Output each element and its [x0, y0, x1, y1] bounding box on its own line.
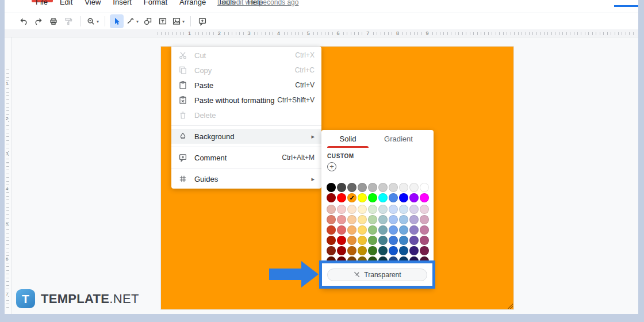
color-swatch[interactable]: [409, 236, 419, 245]
color-swatch[interactable]: [358, 193, 367, 202]
color-swatch[interactable]: [347, 225, 356, 235]
color-swatch[interactable]: [368, 205, 377, 214]
color-swatch[interactable]: [389, 225, 398, 235]
context-menu-item-guides[interactable]: Guides▸: [171, 171, 321, 186]
color-swatch[interactable]: [409, 193, 419, 202]
menu-arrange[interactable]: Arrange: [179, 0, 206, 6]
color-swatch[interactable]: [347, 205, 356, 214]
color-swatch[interactable]: [337, 193, 346, 202]
color-swatch[interactable]: [378, 246, 388, 255]
color-swatch[interactable]: [389, 246, 398, 255]
color-swatch[interactable]: [327, 236, 336, 245]
color-swatch[interactable]: [399, 183, 408, 192]
color-swatch[interactable]: [368, 246, 377, 255]
vertical-ruler[interactable]: 1234567: [5, 37, 12, 314]
color-swatch[interactable]: [378, 225, 388, 235]
menu-file[interactable]: File: [36, 0, 48, 6]
tab-solid[interactable]: Solid: [323, 130, 373, 148]
color-swatch[interactable]: [358, 215, 367, 224]
last-edit-link[interactable]: Last edit was seconds ago: [217, 0, 298, 6]
shape-button[interactable]: [141, 14, 155, 28]
color-swatch[interactable]: [327, 205, 336, 214]
zoom-button[interactable]: ▾: [85, 14, 100, 28]
transparent-button[interactable]: Transparent: [327, 269, 427, 281]
redo-button[interactable]: [32, 14, 45, 28]
context-menu-item-cut[interactable]: CutCtrl+X: [171, 48, 321, 63]
color-swatch[interactable]: [347, 183, 356, 192]
color-swatch[interactable]: [378, 193, 388, 202]
color-swatch[interactable]: [337, 215, 346, 224]
color-swatch[interactable]: [389, 205, 398, 214]
color-swatch[interactable]: [337, 246, 346, 255]
color-swatch[interactable]: [420, 205, 429, 214]
color-swatch[interactable]: [389, 236, 398, 245]
color-swatch[interactable]: [327, 193, 336, 202]
tab-gradient[interactable]: Gradient: [373, 130, 424, 148]
menu-edit[interactable]: Edit: [60, 0, 72, 6]
color-swatch[interactable]: [347, 246, 356, 255]
color-swatch[interactable]: [378, 236, 388, 245]
color-swatch[interactable]: [399, 193, 408, 202]
color-swatch[interactable]: [337, 183, 346, 192]
color-swatch[interactable]: [358, 236, 367, 245]
color-swatch[interactable]: [358, 225, 367, 235]
menu-view[interactable]: View: [85, 0, 101, 6]
color-swatch[interactable]: [420, 225, 429, 235]
color-swatch[interactable]: [399, 215, 408, 224]
color-swatch[interactable]: [337, 225, 346, 235]
color-swatch[interactable]: [409, 215, 419, 224]
text-box-button[interactable]: [156, 14, 170, 28]
color-swatch[interactable]: [409, 246, 419, 255]
color-swatch[interactable]: [358, 183, 367, 192]
undo-button[interactable]: [17, 14, 30, 28]
color-swatch[interactable]: [399, 205, 408, 214]
context-menu-item-paste-without-formatting[interactable]: Paste without formattingCtrl+Shift+V: [171, 93, 321, 108]
color-swatch[interactable]: [368, 236, 377, 245]
select-button[interactable]: [110, 14, 124, 28]
canvas-resize-handle[interactable]: [507, 302, 513, 309]
color-swatch[interactable]: [420, 246, 429, 255]
color-swatch[interactable]: [368, 183, 377, 192]
context-menu-item-comment[interactable]: CommentCtrl+Alt+M: [171, 150, 321, 165]
color-swatch[interactable]: [327, 225, 336, 235]
paint-format-button[interactable]: [62, 14, 75, 28]
menu-format[interactable]: Format: [144, 0, 167, 6]
color-swatch[interactable]: [399, 236, 408, 245]
color-swatch[interactable]: [420, 215, 429, 224]
color-swatch[interactable]: [327, 215, 336, 224]
color-swatch[interactable]: [389, 193, 398, 202]
color-swatch[interactable]: [399, 225, 408, 235]
color-swatch[interactable]: [399, 246, 408, 255]
context-menu-item-copy[interactable]: CopyCtrl+C: [171, 63, 321, 78]
horizontal-ruler[interactable]: 123456789: [5, 29, 638, 37]
color-swatch[interactable]: [420, 193, 429, 202]
color-swatch[interactable]: [358, 246, 367, 255]
color-swatch[interactable]: [378, 183, 388, 192]
color-swatch[interactable]: [409, 205, 419, 214]
color-swatch[interactable]: [409, 183, 419, 192]
menu-insert[interactable]: Insert: [113, 0, 132, 6]
color-swatch[interactable]: [420, 236, 429, 245]
color-swatch[interactable]: [327, 246, 336, 255]
context-menu-item-delete[interactable]: Delete: [171, 108, 321, 122]
context-menu-item-paste[interactable]: PasteCtrl+V: [171, 78, 321, 93]
line-button[interactable]: ▾: [125, 14, 140, 28]
color-swatch[interactable]: [368, 215, 377, 224]
color-swatch[interactable]: [389, 183, 398, 192]
context-menu-item-background[interactable]: Background▸: [171, 129, 321, 144]
color-swatch[interactable]: [389, 215, 398, 224]
color-swatch[interactable]: [337, 236, 346, 245]
color-swatch[interactable]: [358, 205, 367, 214]
color-swatch[interactable]: [378, 205, 388, 214]
image-button[interactable]: ▾: [171, 14, 186, 28]
comment-button[interactable]: [195, 14, 209, 28]
print-button[interactable]: [47, 14, 60, 28]
color-swatch[interactable]: [420, 183, 429, 192]
color-swatch[interactable]: [347, 236, 356, 245]
color-swatch[interactable]: [409, 225, 419, 235]
add-custom-color-button[interactable]: +: [327, 162, 336, 171]
color-swatch[interactable]: [337, 205, 346, 214]
color-swatch[interactable]: [368, 193, 377, 202]
color-swatch[interactable]: [368, 225, 377, 235]
color-swatch-selected[interactable]: ✓: [347, 193, 356, 202]
